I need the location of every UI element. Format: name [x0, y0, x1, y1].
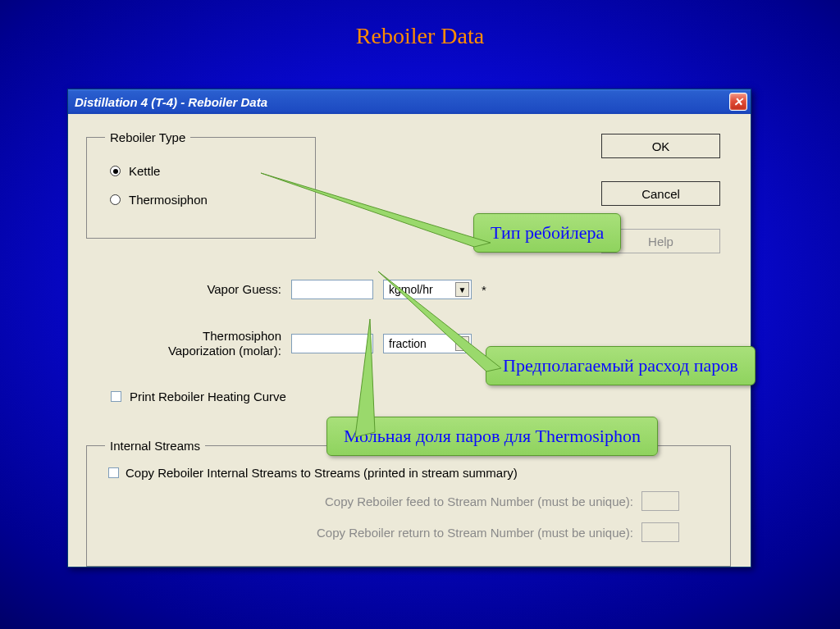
- help-label: Help: [648, 235, 673, 248]
- thermo-vap-input[interactable]: [291, 334, 373, 353]
- radio-icon: [110, 166, 121, 176]
- callout-vapor-guess-text: Предполагаемый расход паров: [503, 355, 738, 376]
- reboiler-type-group: Reboiler Type Kettle Thermosiphon: [86, 130, 316, 239]
- cancel-label: Cancel: [641, 187, 680, 201]
- callout-tail-icon: [466, 206, 515, 255]
- callout-tail-icon: [352, 411, 401, 460]
- titlebar: Distillation 4 (T-4) - Reboiler Data ✕: [68, 89, 751, 114]
- copy-feed-input[interactable]: [641, 491, 679, 511]
- window-title: Distillation 4 (T-4) - Reboiler Data: [75, 95, 267, 109]
- vapor-guess-asterisk: *: [482, 283, 486, 297]
- radio-thermosiphon[interactable]: Thermosiphon: [110, 193, 297, 207]
- callout-tail-icon: [480, 339, 529, 388]
- radio-icon: [110, 194, 121, 205]
- print-curve-checkbox[interactable]: [111, 391, 121, 402]
- vapor-guess-input[interactable]: [291, 280, 373, 299]
- thermo-vap-label-l1: Thermosiphon: [203, 329, 281, 343]
- vapor-guess-row: Vapor Guess: kgmol/hr ▼ *: [117, 280, 486, 299]
- ok-label: OK: [652, 139, 670, 153]
- vapor-guess-label: Vapor Guess:: [117, 282, 281, 297]
- print-curve-row[interactable]: Print Reboiler Heating Curve: [111, 390, 286, 403]
- vapor-guess-unit-combo[interactable]: kgmol/hr ▼: [383, 280, 472, 299]
- callout-reboiler-type: Тип ребойлера: [473, 213, 621, 253]
- copy-feed-label: Copy Reboiler feed to Stream Number (mus…: [325, 495, 633, 508]
- thermo-vap-label-l2: Vaporization (molar):: [168, 344, 281, 358]
- copy-internal-label: Copy Reboiler Internal Streams to Stream…: [126, 466, 518, 480]
- radio-thermosiphon-label: Thermosiphon: [129, 193, 208, 207]
- thermo-vap-unit-value: fraction: [389, 337, 427, 350]
- close-button[interactable]: ✕: [729, 93, 747, 111]
- slide-title: Reboiler Data: [0, 23, 840, 49]
- reboiler-type-legend: Reboiler Type: [105, 130, 190, 144]
- copy-internal-streams-row[interactable]: Copy Reboiler Internal Streams to Stream…: [108, 466, 709, 480]
- copy-return-label: Copy Reboiler return to Stream Number (m…: [317, 526, 633, 540]
- copy-feed-row: Copy Reboiler feed to Stream Number (mus…: [105, 491, 679, 511]
- dialog-window: Distillation 4 (T-4) - Reboiler Data ✕ R…: [67, 89, 751, 567]
- copy-return-input[interactable]: [641, 522, 679, 542]
- cancel-button[interactable]: Cancel: [601, 181, 720, 206]
- copy-return-row: Copy Reboiler return to Stream Number (m…: [105, 522, 679, 542]
- internal-streams-legend: Internal Streams: [105, 439, 205, 453]
- internal-streams-group: Internal Streams Copy Reboiler Internal …: [86, 439, 731, 567]
- callout-molar-fraction: Мольная доля паров для Thermosiphon: [326, 417, 658, 456]
- client-area: Reboiler Type Kettle Thermosiphon OK Can…: [68, 114, 751, 567]
- thermo-vap-row: Thermosiphon Vaporization (molar): fract…: [117, 329, 472, 358]
- chevron-down-icon: ▼: [455, 282, 469, 297]
- radio-kettle-label: Kettle: [129, 164, 160, 178]
- ok-button[interactable]: OK: [601, 134, 720, 158]
- thermo-vap-label: Thermosiphon Vaporization (molar):: [117, 329, 281, 358]
- copy-internal-checkbox[interactable]: [108, 467, 119, 478]
- callout-vapor-guess: Предполагаемый расход паров: [486, 346, 756, 385]
- close-icon: ✕: [733, 95, 743, 108]
- print-curve-label: Print Reboiler Heating Curve: [130, 390, 286, 403]
